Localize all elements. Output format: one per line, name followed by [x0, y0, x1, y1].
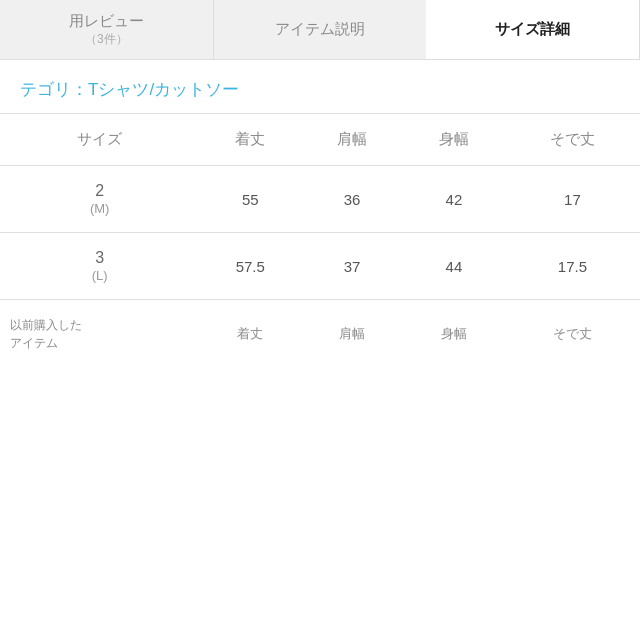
size-char-0: (M) [90, 201, 110, 216]
size-table: サイズ 着丈 肩幅 身幅 そで丈 2 (M) 55 36 42 17 [0, 113, 640, 368]
col-header-shoulder: 肩幅 [301, 114, 403, 166]
size-cell-1: 3 (L) [0, 233, 199, 300]
table-footer-row: 以前購入した アイテム 着丈 肩幅 身幅 そで丈 [0, 300, 640, 369]
tab-reviews-label: 用レビュー [69, 12, 144, 31]
category-row: テゴリ：Tシャツ/カットソー [0, 60, 640, 113]
table-row: 2 (M) 55 36 42 17 [0, 166, 640, 233]
footer-line2: アイテム [10, 336, 58, 350]
val-chest-0: 55 [199, 166, 301, 233]
val-shoulder-1: 37 [301, 233, 403, 300]
col-header-body: 身幅 [403, 114, 505, 166]
category-prefix: テゴリ： [20, 80, 88, 99]
tab-reviews[interactable]: 用レビュー （3件） [0, 0, 214, 59]
footer-col3: 肩幅 [301, 300, 403, 369]
tabs-bar: 用レビュー （3件） アイテム説明 サイズ詳細 [0, 0, 640, 60]
table-header-row: サイズ 着丈 肩幅 身幅 そで丈 [0, 114, 640, 166]
tab-size-label: サイズ詳細 [495, 20, 570, 39]
footer-col4: 身幅 [403, 300, 505, 369]
footer-col2: 着丈 [199, 300, 301, 369]
footer-col5: そで丈 [505, 300, 640, 369]
val-body-0: 42 [403, 166, 505, 233]
size-num-1: 3 [8, 249, 191, 267]
size-cell-0: 2 (M) [0, 166, 199, 233]
tab-size[interactable]: サイズ詳細 [426, 0, 640, 59]
col-header-chest: 着丈 [199, 114, 301, 166]
footer-label: 以前購入した アイテム [0, 300, 199, 369]
tab-reviews-sub: （3件） [85, 31, 128, 48]
val-sleeve-0: 17 [505, 166, 640, 233]
col-header-sleeve: そで丈 [505, 114, 640, 166]
footer-line1: 以前購入した [10, 318, 82, 332]
val-sleeve-1: 17.5 [505, 233, 640, 300]
table-row: 3 (L) 57.5 37 44 17.5 [0, 233, 640, 300]
category-value[interactable]: Tシャツ/カットソー [88, 80, 239, 99]
val-shoulder-0: 36 [301, 166, 403, 233]
val-chest-1: 57.5 [199, 233, 301, 300]
tab-description-label: アイテム説明 [275, 20, 365, 39]
tab-description[interactable]: アイテム説明 [214, 0, 427, 59]
col-header-size: サイズ [0, 114, 199, 166]
size-char-1: (L) [92, 268, 108, 283]
size-num-0: 2 [8, 182, 191, 200]
size-table-wrapper: サイズ 着丈 肩幅 身幅 そで丈 2 (M) 55 36 42 17 [0, 113, 640, 368]
val-body-1: 44 [403, 233, 505, 300]
